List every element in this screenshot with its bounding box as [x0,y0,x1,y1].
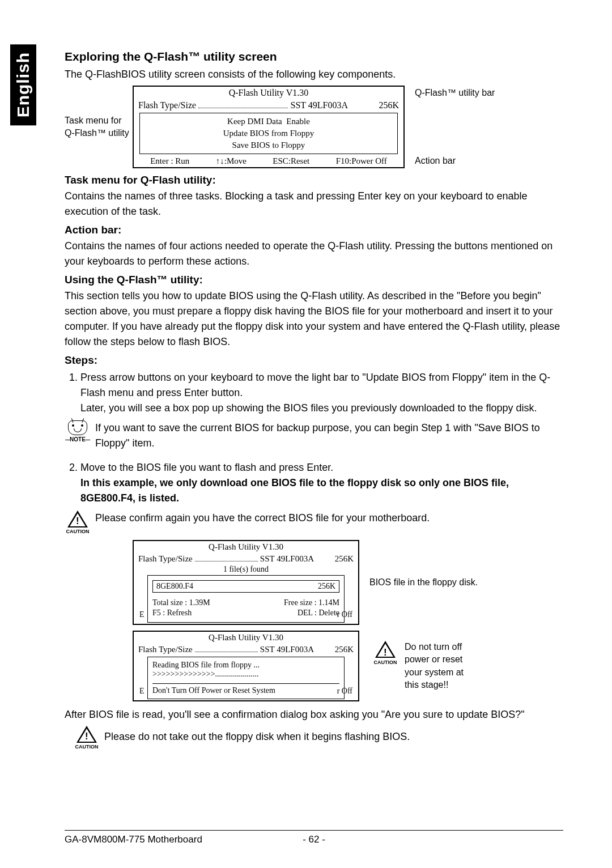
diagram-right-labels: Q-Flash™ utility bar Action bar [405,86,507,168]
flash2-type-value: SST 49LF003A [260,554,314,564]
step-1-text-a: Press arrow buttons on your keyboard to … [80,372,550,398]
label-utility-bar: Q-Flash™ utility bar [415,87,507,99]
heading-using-qflash: Using the Q-Flash™ utility: [65,274,563,286]
qflash-reading-box: Q-Flash Utility V1.30 Flash Type/Size SS… [133,631,359,701]
text-using-qflash: This section tells you how to update BIO… [65,288,563,350]
dot-leader-3 [195,645,258,652]
warn-text: Don't Turn Off Power or Reset System [152,683,339,695]
caution-tag-3: CAUTION [75,744,99,750]
file-row: 8GE800.F4 256K [152,580,339,593]
edge3-left: E [139,687,144,696]
note-tag: NOTE [70,436,86,442]
heading-steps: Steps: [65,354,563,367]
file-name: 8GE800.F4 [156,582,193,591]
flash3-type-label: Flash Type/Size [138,645,193,654]
del-delete: DEL : Delete [298,609,339,618]
qflash-flash-row: Flash Type/Size SST 49LF003A 256K [134,99,403,112]
update-bios-item: Update BIOS from Floppy [142,127,395,139]
total-size: Total size : 1.39M [152,598,210,607]
action-f10: F10:Power Off [336,156,387,166]
heading-task-menu: Task menu for Q-Flash utility: [65,174,563,186]
flash3-size: 256K [314,645,354,654]
action-move: ↑↓:Move [216,156,246,166]
edge-right: r Off [337,610,352,619]
left-label-line1: Task menu for [65,114,133,127]
qflash-title: Q-Flash Utility V1.30 [134,87,403,99]
language-tab: English [10,44,36,125]
files-found: 1 file(s) found [134,565,358,574]
heading-action-bar: Action bar: [65,224,563,236]
file-size: 256K [318,582,335,591]
heading-exploring: Exploring the Q-Flash™ utility screen [65,50,563,63]
diagram-file-listing: Q-Flash Utility V1.30 Flash Type/Size SS… [133,540,563,625]
save-bios-item: Save BIOS to Floppy [142,139,395,151]
caution-block-1: ! CAUTION Please confirm again you have … [65,510,563,534]
intro-text: The Q-FlashBIOS utility screen consists … [65,67,563,82]
qflash-utility-box: Q-Flash Utility V1.30 Flash Type/Size SS… [133,86,405,168]
text-action-bar: Contains the names of four actions neede… [65,239,563,269]
footer-page-number: - 62 - [291,834,337,845]
caution-text-1: Please confirm again you have the correc… [95,510,563,526]
caution-text-2: Please do not take out the floppy disk w… [104,726,563,744]
qflash-task-menu: Keep DMI Data Enable Update BIOS from Fl… [139,113,398,154]
page-footer: GA-8VM800M-775 Motherboard - 62 - [65,830,563,845]
reading-text: Reading BIOS file from floppy ... [152,661,339,670]
flash-size: 256K [348,100,399,110]
after-text: After BIOS file is read, you'll see a co… [65,707,563,722]
diag2-right-label: BIOS file in the floppy disk. [359,576,478,589]
steps-list: Press arrow buttons on your keyboard to … [65,370,563,416]
keep-dmi-value: Enable [286,117,310,126]
progress-chevrons: >>>>>>>>>>>>>>...................... [152,670,339,679]
flash2-type-label: Flash Type/Size [138,554,193,564]
edge-left: E [139,610,144,619]
edge3-right: r Off [337,687,352,696]
step-1: Press arrow buttons on your keyboard to … [80,370,563,416]
qflash2-title: Q-Flash Utility V1.30 [134,541,358,553]
caution-tag-2: CAUTION [374,659,397,666]
steps-list-2: Move to the BIOS file you want to flash … [65,460,563,506]
step-2-text-a: Move to the BIOS file you want to flash … [80,462,333,473]
note-text: If you want to save the current BIOS for… [95,420,563,451]
caution-block-2: ! CAUTION Please do not take out the flo… [74,726,563,750]
qflash3-inner: Reading BIOS file from floppy ... >>>>>>… [147,657,345,699]
diag3-right: ! CAUTION Do not turn off power or reset… [359,641,478,692]
note-icon: NOTE [65,420,91,442]
footer-product: GA-8VM800M-775 Motherboard [65,834,291,845]
qflash2-inner: 8GE800.F4 256K Total size : 1.39M Free s… [147,575,345,623]
step-1-text-b: Later, you will see a box pop up showing… [80,402,537,414]
f5-refresh: F5 : Refresh [152,609,192,618]
qflash3-flash-row: Flash Type/Size SST 49LF003A 256K [134,644,358,656]
diagram-reading-bios: Q-Flash Utility V1.30 Flash Type/Size SS… [133,631,563,701]
label-action-bar: Action bar [415,155,507,167]
caution-icon-2: ! CAUTION [369,641,401,666]
qflash-action-bar: Enter : Run ↑↓:Move ESC:Reset F10:Power … [134,155,403,167]
page-content: Exploring the Q-Flash™ utility screen Th… [65,50,563,755]
diagram-qflash-overview: Task menu for Q-Flash™ utility Q-Flash U… [65,86,563,168]
action-enter: Enter : Run [150,156,189,166]
dot-leader [198,100,288,108]
keep-dmi-label: Keep DMI Data [227,117,282,126]
qflash3-title: Q-Flash Utility V1.30 [134,632,358,644]
diagram-left-label: Task menu for Q-Flash™ utility [65,86,133,168]
flash-type-label: Flash Type/Size [138,100,196,110]
caution-tag: CAUTION [66,529,90,534]
text-task-menu: Contains the names of three tasks. Block… [65,189,563,219]
flash2-size: 256K [314,554,354,564]
diag3-right-label: Do not turn off power or reset your syst… [405,641,478,692]
free-size: Free size : 1.14M [284,598,339,607]
caution-icon-3: ! CAUTION [74,726,100,750]
flash3-type-value: SST 49LF003A [260,645,314,654]
step-2-text-b: In this example, we only download one BI… [80,477,509,504]
step-2: Move to the BIOS file you want to flash … [80,460,563,506]
dot-leader-2 [195,554,258,561]
qflash2-flash-row: Flash Type/Size SST 49LF003A 256K [134,553,358,565]
left-label-line2: Q-Flash™ utility [65,127,133,139]
caution-icon: ! CAUTION [65,510,91,534]
flash-type-value: SST 49LF003A [290,100,348,110]
note-block: NOTE If you want to save the current BIO… [65,420,563,454]
action-esc: ESC:Reset [273,156,309,166]
qflash-file-box: Q-Flash Utility V1.30 Flash Type/Size SS… [133,540,359,625]
